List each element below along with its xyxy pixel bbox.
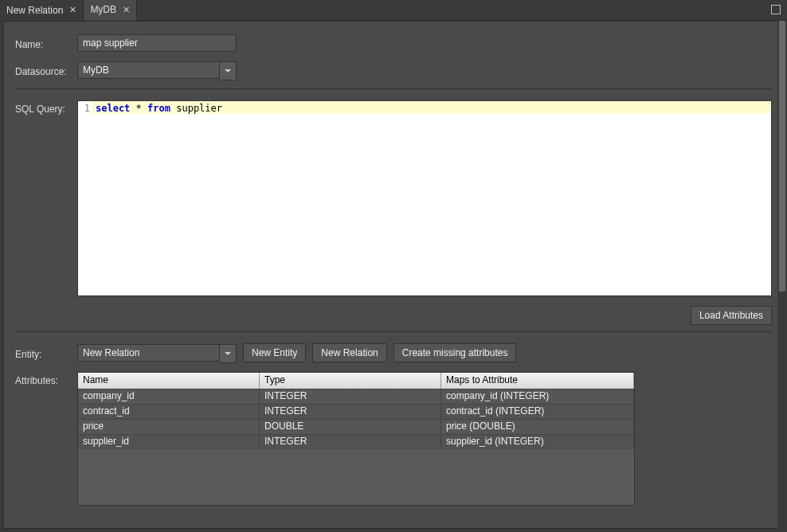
- datasource-combo[interactable]: MyDB: [77, 61, 237, 79]
- sql-label: SQL Query:: [15, 100, 77, 115]
- cell-name: contract_id: [78, 405, 260, 419]
- table-row[interactable]: price DOUBLE price (DOUBLE): [78, 419, 634, 434]
- maximize-icon[interactable]: [771, 5, 781, 14]
- tab-label: MyDB: [90, 4, 116, 15]
- cell-maps: price (DOUBLE): [441, 420, 634, 434]
- col-name[interactable]: Name: [78, 373, 260, 389]
- cell-type: INTEGER: [260, 435, 441, 449]
- sql-code[interactable]: select * from supplier: [92, 101, 771, 295]
- cell-type: DOUBLE: [260, 420, 441, 434]
- tab-bar: New Relation ✕ MyDB ✕: [0, 0, 787, 21]
- new-entity-button[interactable]: New Entity: [243, 343, 306, 362]
- entity-label: Entity:: [15, 346, 77, 360]
- table-body: company_id INTEGER company_id (INTEGER) …: [78, 389, 634, 449]
- sql-identifier: supplier: [176, 103, 222, 114]
- cell-name: company_id: [78, 389, 260, 404]
- scrollbar[interactable]: [777, 21, 787, 529]
- attributes-table: Name Type Maps to Attribute company_id I…: [77, 372, 635, 506]
- cell-maps: supplier_id (INTEGER): [441, 435, 634, 449]
- attributes-label: Attributes:: [15, 372, 77, 386]
- cell-maps: contract_id (INTEGER): [441, 405, 634, 419]
- new-relation-button[interactable]: New Relation: [312, 343, 386, 362]
- name-label: Name:: [15, 36, 77, 50]
- tab-new-relation[interactable]: New Relation ✕: [0, 0, 84, 21]
- name-input[interactable]: [77, 34, 237, 52]
- close-icon[interactable]: ✕: [69, 5, 76, 15]
- datasource-value: MyDB: [77, 61, 220, 79]
- sql-gutter: 1: [78, 101, 92, 295]
- create-missing-attributes-button[interactable]: Create missing attributes: [394, 343, 517, 362]
- cell-name: supplier_id: [78, 435, 260, 449]
- tab-mydb[interactable]: MyDB ✕: [84, 0, 137, 21]
- editor-panel: Name: Datasource: MyDB SQL Query: 1 sele…: [3, 21, 784, 529]
- sql-editor[interactable]: 1 select * from supplier: [77, 100, 772, 296]
- chevron-down-icon[interactable]: [220, 344, 237, 363]
- table-row[interactable]: company_id INTEGER company_id (INTEGER): [78, 389, 634, 404]
- chevron-down-icon[interactable]: [220, 61, 237, 80]
- cell-type: INTEGER: [260, 405, 441, 419]
- cell-type: INTEGER: [260, 389, 441, 404]
- tab-label: New Relation: [6, 5, 63, 16]
- col-type[interactable]: Type: [260, 373, 441, 389]
- sql-keyword: from: [147, 103, 170, 114]
- close-icon[interactable]: ✕: [123, 5, 130, 15]
- table-row[interactable]: supplier_id INTEGER supplier_id (INTEGER…: [78, 434, 634, 449]
- load-attributes-button[interactable]: Load Attributes: [691, 306, 772, 325]
- entity-combo[interactable]: New Relation: [77, 344, 237, 362]
- sql-token: *: [136, 103, 142, 114]
- entity-value: New Relation: [77, 344, 220, 362]
- col-maps[interactable]: Maps to Attribute: [441, 373, 634, 389]
- table-empty-area: [78, 449, 634, 505]
- scrollbar-thumb[interactable]: [779, 21, 785, 291]
- table-header: Name Type Maps to Attribute: [78, 373, 634, 389]
- cell-maps: company_id (INTEGER): [441, 389, 634, 404]
- cell-name: price: [78, 420, 260, 434]
- sql-keyword: select: [96, 103, 130, 114]
- datasource-label: Datasource:: [15, 63, 77, 77]
- window: New Relation ✕ MyDB ✕ Name: Datasource: …: [0, 0, 787, 532]
- table-row[interactable]: contract_id INTEGER contract_id (INTEGER…: [78, 404, 634, 419]
